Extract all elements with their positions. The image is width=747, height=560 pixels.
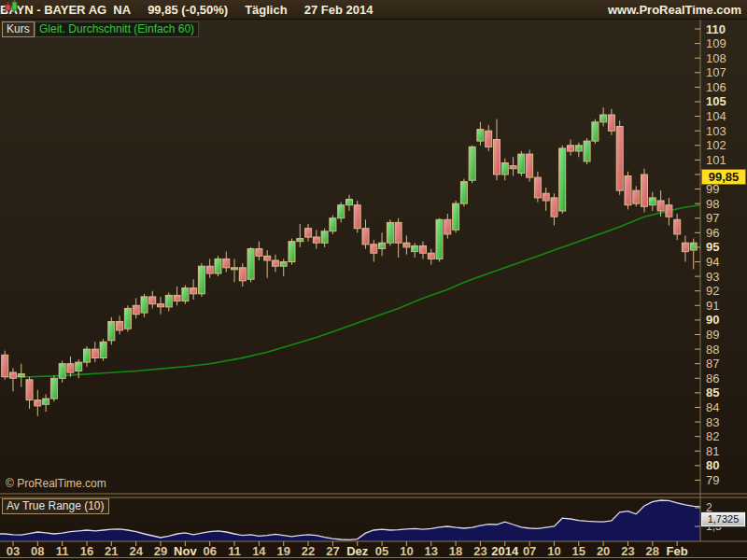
candle[interactable] xyxy=(354,201,360,232)
candle[interactable] xyxy=(534,172,541,203)
candle[interactable] xyxy=(543,188,549,211)
candle[interactable] xyxy=(206,259,213,277)
candle[interactable] xyxy=(108,317,115,345)
candle[interactable] xyxy=(92,342,98,362)
candle[interactable] xyxy=(264,250,271,278)
candle[interactable] xyxy=(165,292,172,311)
candle[interactable] xyxy=(444,214,451,239)
svg-text:21: 21 xyxy=(105,544,118,558)
candle[interactable] xyxy=(67,357,74,377)
candle[interactable] xyxy=(133,299,139,319)
candle[interactable] xyxy=(395,218,402,258)
candle[interactable] xyxy=(436,218,443,262)
time-axis[interactable]: 03081116212429Nov061114192227Dez05101318… xyxy=(7,541,688,558)
candle[interactable] xyxy=(174,287,180,305)
candle[interactable] xyxy=(59,361,65,383)
candle[interactable] xyxy=(158,297,164,315)
candle[interactable] xyxy=(117,315,123,334)
candle[interactable] xyxy=(182,285,189,303)
chart-canvas[interactable]: 7980818283848586878889909192939495969798… xyxy=(0,0,747,560)
candle[interactable] xyxy=(280,259,287,276)
candles-layer[interactable] xyxy=(2,107,698,416)
atr-indicator-label[interactable]: Av True Range (10) xyxy=(2,498,109,514)
candle[interactable] xyxy=(633,186,640,206)
candle[interactable] xyxy=(272,255,278,273)
price-axis[interactable]: 7980818283848586878889909192939495969798… xyxy=(695,22,726,487)
candle[interactable] xyxy=(256,242,262,260)
candle[interactable] xyxy=(460,179,467,207)
candle[interactable] xyxy=(100,339,106,360)
candle[interactable] xyxy=(501,159,508,180)
candle[interactable] xyxy=(486,125,492,151)
candle[interactable] xyxy=(198,263,204,297)
candle[interactable] xyxy=(469,146,475,184)
candle[interactable] xyxy=(608,109,614,135)
candle[interactable] xyxy=(26,377,33,409)
candle[interactable] xyxy=(313,230,319,248)
candle[interactable] xyxy=(600,107,607,126)
candle[interactable] xyxy=(674,214,681,240)
candle[interactable] xyxy=(518,151,525,176)
candle[interactable] xyxy=(223,252,230,273)
candle[interactable] xyxy=(420,242,427,259)
candle[interactable] xyxy=(50,375,57,401)
ma-indicator-label[interactable]: Gleit. Durchschnitt (Einfach 60) xyxy=(35,21,199,37)
svg-text:81: 81 xyxy=(706,444,719,458)
candle[interactable] xyxy=(387,219,393,245)
svg-text:80: 80 xyxy=(706,458,719,472)
candle[interactable] xyxy=(2,351,8,380)
candle[interactable] xyxy=(428,248,434,264)
candle[interactable] xyxy=(362,219,369,248)
candle[interactable] xyxy=(616,120,623,195)
candle[interactable] xyxy=(584,138,590,164)
candle[interactable] xyxy=(551,193,557,225)
candle[interactable] xyxy=(297,224,303,247)
candle[interactable] xyxy=(215,256,221,276)
candle[interactable] xyxy=(247,247,254,282)
candle[interactable] xyxy=(10,368,17,391)
candle[interactable] xyxy=(190,279,197,300)
candle[interactable] xyxy=(641,169,648,213)
candle[interactable] xyxy=(289,239,295,265)
svg-text:24: 24 xyxy=(129,544,143,558)
candle[interactable] xyxy=(690,239,697,270)
price-pane-tab[interactable]: Kurs xyxy=(2,21,35,37)
candle[interactable] xyxy=(43,394,49,412)
candle[interactable] xyxy=(559,146,566,214)
candle[interactable] xyxy=(592,119,599,145)
candle[interactable] xyxy=(477,122,484,146)
candle[interactable] xyxy=(305,224,312,242)
candle[interactable] xyxy=(35,390,41,416)
candle[interactable] xyxy=(232,259,238,282)
candle[interactable] xyxy=(403,235,410,254)
candle[interactable] xyxy=(412,243,418,258)
candle[interactable] xyxy=(330,216,336,234)
svg-text:104: 104 xyxy=(706,109,726,123)
candle[interactable] xyxy=(239,263,246,287)
candle[interactable] xyxy=(149,291,156,309)
candle[interactable] xyxy=(84,346,91,367)
svg-text:06: 06 xyxy=(203,544,216,558)
candle[interactable] xyxy=(321,229,328,247)
svg-text:18: 18 xyxy=(449,544,462,558)
candle[interactable] xyxy=(527,149,533,181)
candle[interactable] xyxy=(666,198,672,226)
svg-text:97: 97 xyxy=(706,211,719,225)
sma60-line[interactable] xyxy=(5,205,700,377)
candle[interactable] xyxy=(18,364,24,387)
candle[interactable] xyxy=(568,140,574,156)
candle[interactable] xyxy=(346,195,353,211)
candle[interactable] xyxy=(453,201,459,232)
candle[interactable] xyxy=(625,172,631,210)
candle[interactable] xyxy=(682,235,688,261)
svg-text:08: 08 xyxy=(31,544,44,558)
candle[interactable] xyxy=(124,305,131,331)
candle[interactable] xyxy=(494,119,500,180)
candle[interactable] xyxy=(141,294,148,317)
candle[interactable] xyxy=(371,240,377,261)
candle[interactable] xyxy=(575,143,582,158)
candle[interactable] xyxy=(649,192,655,211)
candle[interactable] xyxy=(379,232,386,256)
candle[interactable] xyxy=(338,203,345,223)
candle[interactable] xyxy=(510,157,516,175)
